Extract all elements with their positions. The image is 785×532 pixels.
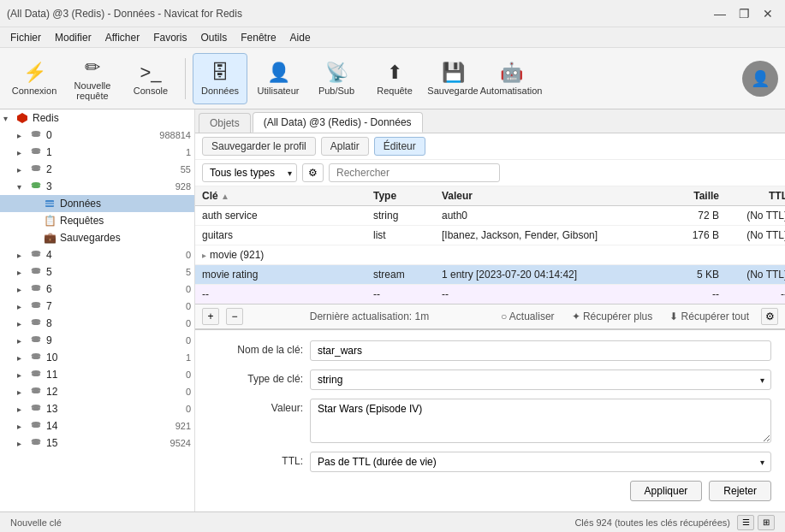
tree-count-2: 55 <box>181 164 191 174</box>
key-name-input[interactable] <box>310 340 771 361</box>
list-view-button[interactable]: ☰ <box>737 515 754 530</box>
nouvelle-requete-icon: ✏ <box>85 56 100 79</box>
sidebar-item-donnees[interactable]: Données <box>0 195 194 212</box>
footer-gear-button[interactable]: ⚙ <box>761 308 778 325</box>
profile-avatar[interactable]: 👤 <box>742 61 778 97</box>
tree-label-9: 9 <box>46 334 182 346</box>
sidebar-item-requetes[interactable]: 📋Requêtes <box>0 212 194 229</box>
table-cell: [Ibanez, Jackson, Fender, Gibson] <box>435 226 657 245</box>
sidebar-item-11[interactable]: ▸110 <box>0 366 194 383</box>
sort-arrow-key: ▲ <box>221 192 229 201</box>
type-filter-wrap: Tous les types <box>202 163 297 182</box>
table-cell: string <box>366 206 435 226</box>
tree-label-redis: Redis <box>33 112 187 124</box>
type-filter-select[interactable]: Tous les types <box>202 163 297 182</box>
remove-row-button[interactable]: − <box>226 308 243 325</box>
col-header-key: Clé ▲ <box>195 186 366 206</box>
sidebar-item-4[interactable]: ▸40 <box>0 246 194 263</box>
svg-point-17 <box>32 287 40 291</box>
table-row[interactable]: ---------- <box>195 285 785 304</box>
tree-count-8: 0 <box>186 318 191 328</box>
sidebar-item-14[interactable]: ▸14921 <box>0 417 194 434</box>
key-type-select[interactable]: string list set zset hash stream <box>310 369 771 390</box>
table-row[interactable]: guitarslist[Ibanez, Jackson, Fender, Gib… <box>195 226 785 245</box>
toolbar-btn-sauvegarde[interactable]: 💾Sauvegarde <box>425 53 480 104</box>
sidebar-item-8[interactable]: ▸80 <box>0 315 194 332</box>
save-profile-button[interactable]: Sauvegarder le profil <box>202 137 316 156</box>
close-button[interactable]: ✕ <box>758 5 778 22</box>
tab-data[interactable]: (All Data) @3 (Redis) - Données <box>253 112 423 133</box>
0-icon <box>29 128 43 142</box>
menubar-item-fichier[interactable]: Fichier <box>3 30 48 45</box>
flatten-button[interactable]: Aplatir <box>321 137 369 156</box>
menubar-item-favoris[interactable]: Favoris <box>146 30 193 45</box>
sidebar-item-6[interactable]: ▸60 <box>0 281 194 298</box>
sidebar-item-1[interactable]: ▸11 <box>0 144 194 161</box>
value-textarea[interactable]: Star Wars (Episode IV) <box>310 399 771 443</box>
tab-objets[interactable]: Objets <box>199 113 251 133</box>
2-icon <box>29 163 43 176</box>
toolbar-btn-connexion[interactable]: ⚡Connexion <box>7 53 62 104</box>
fetch-all-button[interactable]: ⬇ Récupérer tout <box>664 309 754 324</box>
toolbar-btn-donnees[interactable]: 🗄Données <box>193 53 247 104</box>
menubar-item-aide[interactable]: Aide <box>283 30 318 45</box>
col-header-ttl: TTL <box>726 186 785 206</box>
tree-label-0: 0 <box>46 129 156 141</box>
tree-count-5: 5 <box>186 267 191 277</box>
menubar-item-fenêtre[interactable]: Fenêtre <box>234 30 282 45</box>
toolbar-btn-utilisateur[interactable]: 👤Utilisateur <box>251 53 306 104</box>
table-row[interactable]: ▸movie (921) <box>195 245 785 265</box>
sidebar-item-13[interactable]: ▸130 <box>0 400 194 417</box>
sidebar-item-0[interactable]: ▸0988814 <box>0 127 194 144</box>
apply-button[interactable]: Appliquer <box>630 481 703 501</box>
menubar-item-afficher[interactable]: Afficher <box>98 30 146 45</box>
table-row[interactable]: auth servicestringauth072 B(No TTL) <box>195 206 785 226</box>
tree-arrow-6: ▸ <box>17 285 29 294</box>
maximize-button[interactable]: ❐ <box>734 5 754 22</box>
sidebar-item-5[interactable]: ▸55 <box>0 263 194 281</box>
toolbar-btn-requete[interactable]: ⬆Requête <box>367 53 422 104</box>
tree-arrow-5: ▸ <box>17 268 29 277</box>
value-label: Valeur: <box>209 399 303 414</box>
filter-gear-button[interactable]: ⚙ <box>302 163 324 182</box>
tree-label-15: 15 <box>46 437 167 449</box>
ttl-select[interactable]: Pas de TTL (durée de vie) Personnalisé <box>310 452 771 472</box>
toolbar-btn-nouvelle-requete[interactable]: ✏Nouvelle requête <box>65 53 120 104</box>
tree-label-14: 14 <box>46 420 172 432</box>
table-cell: list <box>366 226 435 245</box>
table-row[interactable]: movie ratingstream1 entry [2023-07-20 04… <box>195 265 785 285</box>
sidebar-item-15[interactable]: ▸159524 <box>0 434 194 452</box>
toolbar-btn-automatisation[interactable]: 🤖Automatisation <box>484 53 538 104</box>
table-cell: -- <box>195 285 366 304</box>
sidebar-item-10[interactable]: ▸101 <box>0 349 194 366</box>
search-input[interactable] <box>329 163 500 182</box>
grid-view-button[interactable]: ⊞ <box>758 515 775 530</box>
reject-button[interactable]: Rejeter <box>709 481 771 501</box>
fetch-more-button[interactable]: ✦ Récupérer plus <box>567 309 658 324</box>
sidebar-item-7[interactable]: ▸70 <box>0 298 194 315</box>
menubar-item-modifier[interactable]: Modifier <box>48 30 98 45</box>
sidebar-item-9[interactable]: ▸90 <box>0 332 194 349</box>
add-row-button[interactable]: + <box>202 308 219 325</box>
sidebar-item-sauvegardes[interactable]: 💼Sauvegardes <box>0 229 194 246</box>
sidebar-item-3[interactable]: ▾3928 <box>0 178 194 195</box>
sidebar-item-2[interactable]: ▸255 <box>0 161 194 178</box>
form-actions: Appliquer Rejeter <box>209 481 771 501</box>
sidebar-item-12[interactable]: ▸120 <box>0 383 194 400</box>
table-cell: auth0 <box>435 206 657 226</box>
7-icon <box>29 299 43 313</box>
last-update-label: Dernière actualisation: 1m <box>250 310 489 322</box>
editor-button[interactable]: Éditeur <box>374 137 425 156</box>
key-type-label: Type de clé: <box>209 369 303 385</box>
toolbar-btn-pub-sub[interactable]: 📡Pub/Sub <box>309 53 364 104</box>
table-cell <box>657 245 726 265</box>
svg-point-25 <box>32 356 40 359</box>
minimize-button[interactable]: — <box>710 5 730 22</box>
10-icon <box>29 351 43 364</box>
sidebar-item-redis[interactable]: ▾Redis <box>0 109 194 127</box>
toolbar-btn-console[interactable]: >_Console <box>123 53 178 104</box>
data-table: Clé ▲ Type Valeur Taille TTL auth servic… <box>195 186 785 304</box>
tree-arrow-10: ▸ <box>17 353 29 363</box>
menubar-item-outils[interactable]: Outils <box>194 30 235 45</box>
refresh-button[interactable]: ○ Actualiser <box>496 309 560 324</box>
